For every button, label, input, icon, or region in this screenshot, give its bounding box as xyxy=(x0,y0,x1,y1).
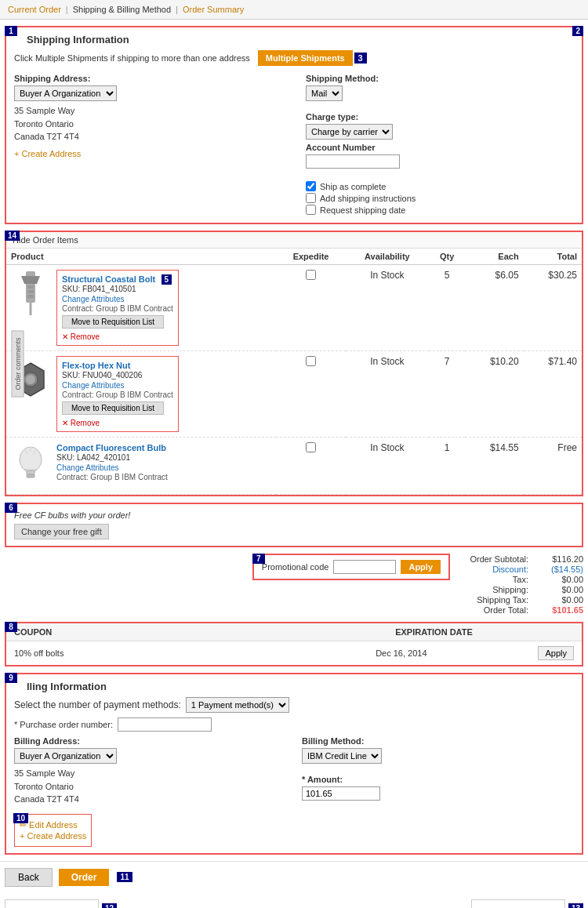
po-number-label: * Purchase order number: xyxy=(14,720,113,729)
badge-12: 12 xyxy=(102,903,117,908)
item2-move-to-requisition[interactable]: Move to Requisition List xyxy=(62,401,164,415)
item3-name-link[interactable]: Compact Fluorescent Bulb xyxy=(56,443,166,452)
promo-apply-button[interactable]: Apply xyxy=(401,560,441,574)
charge-type-select[interactable]: Charge by carrier xyxy=(306,124,393,140)
item2-remove-link[interactable]: Remove xyxy=(62,419,100,427)
multiple-shipments-label: Click Multiple Shipments if shipping to … xyxy=(14,53,250,63)
ship-complete-checkbox[interactable] xyxy=(306,181,316,191)
coupon-header: COUPON EXPIRATION DATE xyxy=(6,623,582,641)
billing-address-select[interactable]: Buyer A Organization xyxy=(14,748,117,764)
plus-icon: + xyxy=(20,831,24,841)
promo-section: 7 Promotional code Apply xyxy=(252,554,450,580)
item1-product-cell: Structural Coastal Bolt 5 SKU: FB041_410… xyxy=(6,265,276,351)
item2-availability: In Stock xyxy=(370,356,404,367)
add-shipping-instructions-checkbox[interactable] xyxy=(306,193,316,203)
billing-address-links-box: 10 ✏ Edit Address + Create Address xyxy=(14,814,92,847)
shipping-tax-label: Shipping Tax: xyxy=(477,595,528,605)
billing-method-label: Billing Method: xyxy=(302,736,574,746)
change-free-gift-button[interactable]: Change your free gift xyxy=(14,524,109,539)
address-label: Shipping Address: xyxy=(14,74,282,83)
add-shipping-instructions-label: Add shipping instructions xyxy=(320,194,416,203)
discount-row: Discount: ($14.55) xyxy=(458,565,583,574)
item1-name-link[interactable]: Structural Coastal Bolt xyxy=(62,274,155,284)
col-qty: Qty xyxy=(429,249,465,265)
badge-13: 13 xyxy=(568,903,583,908)
shipping-method-select[interactable]: Mail xyxy=(306,85,343,101)
section-badge-7: 7 xyxy=(252,554,265,564)
item2-name-link[interactable]: Flex-top Hex Nut xyxy=(62,361,130,370)
coupon-row: 10% off bolts Dec 16, 2014 Apply xyxy=(6,641,582,665)
bolt-image xyxy=(11,270,50,317)
item3-expedite-checkbox[interactable] xyxy=(306,442,316,452)
breadcrumb-order-summary[interactable]: Order Summary xyxy=(183,5,244,14)
create-billing-address-label: Create Address xyxy=(27,831,87,841)
item1-total-cell: $30.25 xyxy=(524,265,582,351)
footer-box-right xyxy=(471,899,565,909)
billing-section: 9 lling Information Select the number of… xyxy=(5,673,583,855)
free-gift-section: 6 Free CF bulbs with your order! Change … xyxy=(5,503,583,547)
item3-change-attributes[interactable]: Change Attributes xyxy=(56,463,119,472)
shipping-address-col: Shipping Address: Buyer A Organization 3… xyxy=(14,74,282,216)
item3-contract: Contract: Group B IBM Contract xyxy=(56,473,168,481)
col-expedite: Expedite xyxy=(276,249,345,265)
method-label: Shipping Method: xyxy=(306,74,574,83)
order-total-value: $101.65 xyxy=(536,605,583,615)
badge-3: 3 xyxy=(354,53,367,64)
breadcrumb-current-order[interactable]: Current Order xyxy=(8,5,61,14)
section-badge-6: 6 xyxy=(5,503,17,513)
item2-expedite-checkbox[interactable] xyxy=(306,356,316,366)
section-badge-9: 9 xyxy=(5,673,17,683)
multiple-shipments-row: Click Multiple Shipments if shipping to … xyxy=(14,50,574,66)
po-number-row: * Purchase order number: xyxy=(14,717,574,732)
svg-rect-10 xyxy=(27,470,34,474)
footer: 12 13 xyxy=(0,896,588,909)
breadcrumb: Current Order | Shipping & Billing Metho… xyxy=(0,0,588,20)
section-badge-1: 1 xyxy=(5,26,17,36)
billing-address-label: Billing Address: xyxy=(14,736,286,746)
item1-total: $30.25 xyxy=(548,270,577,281)
billing-method-select[interactable]: IBM Credit Line xyxy=(302,748,382,764)
promo-code-input[interactable] xyxy=(333,560,396,574)
item1-each-cell: $6.05 xyxy=(465,265,523,351)
billing-title: lling Information xyxy=(14,681,574,692)
coupon-apply-button[interactable]: Apply xyxy=(538,646,574,660)
item2-change-attributes[interactable]: Change Attributes xyxy=(62,381,125,390)
item3-sku: SKU: LA042_420101 xyxy=(56,453,168,462)
order-items-table: Product Expedite Availability Qty Each T… xyxy=(6,249,582,495)
payment-method-select[interactable]: 1 Payment method(s) xyxy=(186,697,289,713)
amount-input[interactable] xyxy=(302,786,380,801)
shipping-label: Shipping: xyxy=(492,585,528,594)
subtotal-label: Order Subtotal: xyxy=(470,554,528,564)
create-billing-address-link[interactable]: + Create Address xyxy=(20,831,86,841)
item1-expedite-checkbox[interactable] xyxy=(306,270,316,280)
multiple-shipments-button[interactable]: Multiple Shipments xyxy=(258,50,353,66)
order-comments-tab[interactable]: Order comments xyxy=(12,330,24,397)
shipping-title: Shipping Information xyxy=(14,34,574,45)
item2-total-cell: $71.40 xyxy=(524,351,582,438)
item1-sku: SKU: FB041_410501 xyxy=(62,285,173,293)
create-shipping-address-link[interactable]: Create Address xyxy=(14,149,81,158)
item2-each: $10.20 xyxy=(490,356,519,367)
account-number-input[interactable] xyxy=(306,154,400,169)
billing-method-col: Billing Method: IBM Credit Line * Amount… xyxy=(302,736,574,847)
po-number-input[interactable] xyxy=(118,717,212,732)
item1-remove-link[interactable]: Remove xyxy=(62,332,100,341)
request-shipping-date-checkbox[interactable] xyxy=(306,205,316,215)
item1-move-to-requisition[interactable]: Move to Requisition List xyxy=(62,315,164,329)
shipping-method-col: Shipping Method: Mail Charge type: Charg… xyxy=(306,74,574,216)
back-button[interactable]: Back xyxy=(5,868,53,887)
item1-change-attributes[interactable]: Change Attributes xyxy=(62,295,125,303)
item2-expedite-cell xyxy=(276,351,345,438)
item2-contract: Contract: Group B IBM Contract xyxy=(62,390,173,399)
coupon-expiration: Dec 16, 2014 xyxy=(272,648,530,658)
billing-title-text: lling Information xyxy=(27,681,107,692)
charge-label: Charge type: xyxy=(306,112,574,122)
shipping-address-select[interactable]: Buyer A Organization xyxy=(14,85,117,101)
bottom-buttons: Back Order 11 xyxy=(0,861,588,893)
section-badge-8: 8 xyxy=(5,622,17,632)
payment-method-row: Select the number of payment methods: 1 … xyxy=(14,697,574,713)
coupon-name: 10% off bolts xyxy=(14,648,272,658)
shipping-value: $0.00 xyxy=(536,585,583,594)
order-button[interactable]: Order xyxy=(59,869,110,886)
account-number-label: Account Number xyxy=(306,143,574,152)
